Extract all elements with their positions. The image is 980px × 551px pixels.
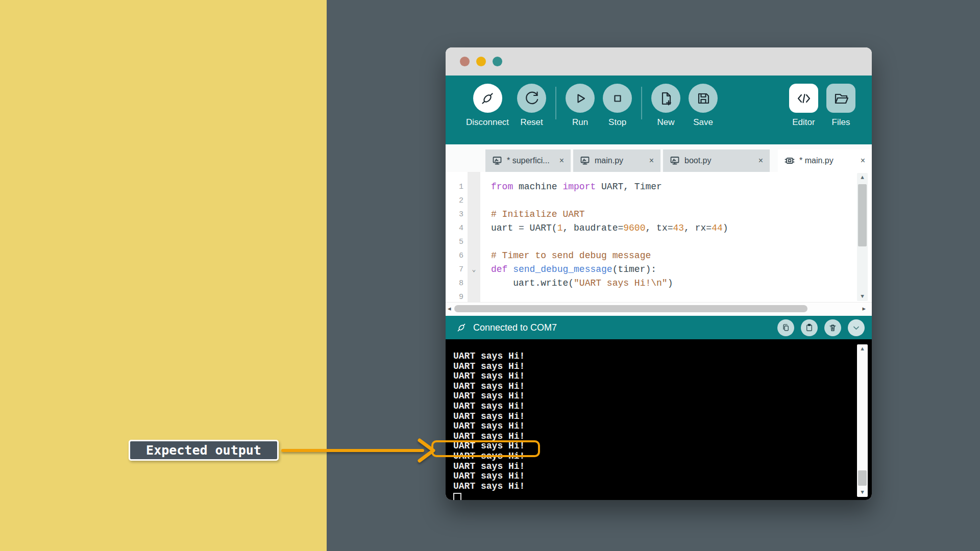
editor-horizontal-scrollbar[interactable]: ◂ ▸ — [446, 302, 872, 316]
scroll-left-icon[interactable]: ◂ — [448, 305, 451, 313]
close-tab-icon[interactable]: × — [559, 156, 564, 165]
toolbar: Disconnect Reset Run Stop — [446, 76, 872, 144]
chip-icon — [785, 156, 795, 166]
line-number: 9 — [446, 290, 463, 302]
editor-scrollbar-thumb[interactable] — [858, 184, 867, 246]
tab-boot-py[interactable]: boot.py × — [663, 149, 770, 172]
window-titlebar — [446, 47, 872, 76]
app-window: Disconnect Reset Run Stop — [446, 47, 872, 500]
code-brackets-icon — [789, 84, 818, 113]
code-text: # Initialize UART — [491, 208, 585, 221]
tab-bar: * superfici... × main.py × boot.py × * m… — [446, 144, 872, 172]
tab-label: * main.py — [799, 156, 834, 165]
code-line[interactable]: 9 — [446, 290, 854, 302]
fold-gutter-cell — [468, 221, 480, 235]
line-number: 3 — [446, 208, 463, 221]
stop-label: Stop — [608, 117, 626, 128]
tab-device-main-py[interactable]: * main.py × — [778, 149, 872, 172]
reset-arrow-icon — [517, 84, 546, 113]
clear-terminal-button[interactable] — [824, 319, 841, 336]
code-line[interactable]: 8 uart.write("UART says Hi!\n") — [446, 277, 854, 290]
editor-view-button[interactable]: Editor — [789, 84, 818, 128]
horizontal-scrollbar-thumb[interactable] — [454, 305, 807, 312]
copy-button[interactable] — [777, 319, 794, 336]
background-left-panel — [0, 0, 327, 551]
code-line[interactable]: 3# Initialize UART — [446, 208, 854, 221]
disconnect-button[interactable]: Disconnect — [466, 84, 509, 128]
fold-gutter-cell — [468, 235, 480, 249]
new-label: New — [657, 117, 675, 128]
expected-output-highlight — [431, 440, 540, 457]
reset-button[interactable]: Reset — [517, 84, 546, 128]
code-text: uart = UART(1, baudrate=9600, tx=43, rx=… — [491, 221, 728, 235]
expected-output-text: Expected output — [146, 443, 261, 458]
terminal-scrollbar-thumb[interactable] — [858, 470, 867, 486]
code-line[interactable]: 1from machine import UART, Timer — [446, 180, 854, 194]
terminal-lines: UART says Hi!UART says Hi!UART says Hi!U… — [453, 352, 525, 500]
tab-main-py[interactable]: main.py × — [573, 149, 660, 172]
terminal-cursor — [453, 491, 525, 500]
line-number: 1 — [446, 180, 463, 194]
terminal-line: UART says Hi! — [453, 421, 525, 432]
code-line[interactable]: 6# Timer to send debug message — [446, 249, 854, 263]
stop-square-icon — [603, 84, 632, 113]
floppy-disk-icon — [689, 84, 718, 113]
close-window-button[interactable] — [460, 57, 470, 66]
collapse-terminal-button[interactable] — [848, 319, 865, 336]
clipboard-icon — [804, 323, 814, 333]
terminal-line: UART says Hi! — [453, 371, 525, 382]
save-button[interactable]: Save — [689, 84, 718, 128]
editor-vertical-scrollbar[interactable]: ▲ ▼ — [857, 173, 868, 301]
line-number: 5 — [446, 235, 463, 249]
monitor-icon — [580, 156, 590, 166]
line-number: 8 — [446, 277, 463, 290]
terminal-vertical-scrollbar[interactable]: ▲ ▼ — [857, 344, 868, 497]
scroll-up-icon[interactable]: ▲ — [857, 174, 868, 181]
scroll-down-icon[interactable]: ▼ — [857, 293, 868, 300]
monitor-icon — [492, 156, 502, 166]
close-tab-icon[interactable]: × — [758, 156, 763, 165]
files-view-button[interactable]: Files — [826, 84, 855, 128]
minimize-window-button[interactable] — [476, 57, 486, 66]
tab-label: boot.py — [684, 156, 711, 165]
close-tab-icon[interactable]: × — [649, 156, 654, 165]
close-tab-icon[interactable]: × — [861, 156, 865, 165]
toolbar-separator — [641, 87, 642, 119]
code-line[interactable]: 2 — [446, 194, 854, 208]
toolbar-right-group: Editor Files — [785, 84, 860, 128]
code-editor[interactable]: 1from machine import UART, Timer23# Init… — [446, 172, 872, 302]
scroll-up-icon[interactable]: ▲ — [857, 345, 868, 353]
file-plus-icon — [651, 84, 680, 113]
editor-label: Editor — [792, 117, 815, 128]
terminal-line: UART says Hi! — [453, 352, 525, 362]
folder-open-icon — [826, 84, 855, 113]
new-file-button[interactable]: New — [651, 84, 680, 128]
code-lines: 1from machine import UART, Timer23# Init… — [446, 180, 854, 302]
trash-icon — [828, 323, 838, 333]
stage: Disconnect Reset Run Stop — [0, 0, 980, 551]
scroll-down-icon[interactable]: ▼ — [857, 489, 868, 496]
run-button[interactable]: Run — [566, 84, 595, 128]
code-line[interactable]: 4uart = UART(1, baudrate=9600, tx=43, rx… — [446, 221, 854, 235]
tab-label: main.py — [595, 156, 623, 165]
connection-statusbar: Connected to COM7 — [446, 316, 872, 339]
fold-gutter-cell — [468, 180, 480, 194]
stop-button[interactable]: Stop — [603, 84, 632, 128]
reset-label: Reset — [520, 117, 543, 128]
scroll-right-icon[interactable]: ▸ — [862, 305, 866, 313]
fold-chevron-icon[interactable]: ⌄ — [468, 263, 480, 277]
code-line[interactable]: 7⌄def send_debug_message(timer): — [446, 263, 854, 277]
run-label: Run — [572, 117, 588, 128]
paste-button[interactable] — [801, 319, 818, 336]
code-line[interactable]: 5 — [446, 235, 854, 249]
zoom-window-button[interactable] — [493, 57, 502, 66]
toolbar-separator — [555, 87, 556, 119]
tab-superficial[interactable]: * superfici... × — [485, 149, 571, 172]
chevron-down-icon — [851, 322, 862, 333]
serial-terminal[interactable]: UART says Hi!UART says Hi!UART says Hi!U… — [446, 339, 872, 500]
fold-gutter-cell — [468, 277, 480, 290]
tab-label: * superfici... — [507, 156, 550, 165]
plug-connected-icon — [456, 322, 467, 333]
annotation-arrow — [281, 436, 440, 465]
expected-output-label: Expected output — [129, 440, 279, 461]
